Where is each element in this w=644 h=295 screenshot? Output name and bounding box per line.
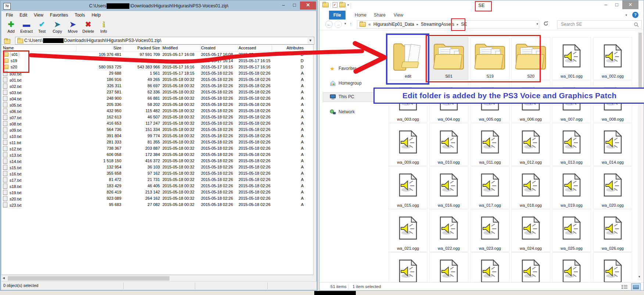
up-folder-button[interactable]: ↑ xyxy=(4,37,11,44)
file-row[interactable]: s02.txt 326 311 86 697 2015-05-18 00:32 … xyxy=(1,83,313,89)
item-wa_018-ogg[interactable]: wa_018.ogg xyxy=(511,166,550,209)
item-wa_002-ogg[interactable]: wa_002.ogg xyxy=(593,37,632,80)
item-file[interactable] xyxy=(389,252,427,282)
menu-help[interactable]: Help xyxy=(88,12,104,19)
col-size[interactable]: Size xyxy=(77,46,121,50)
file-row[interactable]: s11.txt 281 333 81 355 2015-05-18 00:32 … xyxy=(1,139,313,145)
help-icon[interactable]: ? xyxy=(632,12,638,18)
refresh-button[interactable] xyxy=(541,21,550,28)
ribbon-expand-icon[interactable]: ▾ xyxy=(625,13,627,17)
item-s20[interactable]: S20 xyxy=(511,37,550,80)
file-row[interactable]: s20 580 093 725 543 383 966 2015-05-17 1… xyxy=(1,64,313,70)
menu-tools[interactable]: Tools xyxy=(71,12,88,19)
item-wa_017-ogg[interactable]: wa_017.ogg xyxy=(471,166,509,209)
up-button[interactable]: ↑ xyxy=(350,21,352,26)
col-attributes[interactable]: Attributes xyxy=(273,46,304,50)
extract-button[interactable]: ▬ Extract xyxy=(19,19,34,36)
sidebar-item-homegroup[interactable]: Homegroup xyxy=(319,79,386,88)
file-row[interactable]: s09.txt 564 736 151 334 2015-05-18 00:32… xyxy=(1,127,313,133)
menu-edit[interactable]: Edit xyxy=(16,12,31,19)
sidebar-item-this-pc[interactable]: This PC xyxy=(323,93,385,102)
item-file[interactable] xyxy=(511,252,550,282)
item-wa_025-ogg[interactable]: wa_025.ogg xyxy=(552,209,591,252)
crumb-higurashiep01-data[interactable]: HigurashiEp01_Data xyxy=(373,22,414,27)
file-row[interactable]: s12.txt 738 367 203 887 2015-05-18 00:32… xyxy=(1,145,313,152)
item-wa_023-ogg[interactable]: wa_023.ogg xyxy=(471,209,509,252)
file-row[interactable]: s10.txt 391 804 99 774 2015-05-18 00:32 … xyxy=(1,133,313,139)
breadcrumb-bar[interactable]: « HigurashiEp01_Data ▸ StreamingAssets ▸… xyxy=(357,20,539,29)
item-wa_007-ogg[interactable]: wa_007.ogg xyxy=(552,80,591,123)
file-row[interactable]: s16.txt 355 658 97 162 2015-05-18 00:32 … xyxy=(1,170,313,177)
back-button[interactable]: ← xyxy=(325,21,333,28)
item-file[interactable] xyxy=(593,252,632,282)
file-row[interactable]: s00.txt 29 688 1 561 2015-05-17 18:15 20… xyxy=(1,70,313,77)
item-wa_019-ogg[interactable]: wa_019.ogg xyxy=(552,166,591,209)
tab-share[interactable]: Share xyxy=(369,11,390,19)
item-wa_015-ogg[interactable]: wa_015.ogg xyxy=(389,166,427,209)
minimize-button[interactable]: – xyxy=(600,0,611,9)
item-wa_010-ogg[interactable]: wa_010.ogg xyxy=(429,123,468,166)
col-modified[interactable]: Modified xyxy=(162,46,199,50)
file-row[interactable]: s06.txt 432 950 115 482 2015-05-18 00:32… xyxy=(1,108,313,114)
col-created[interactable]: Created xyxy=(201,46,238,50)
details-view-button[interactable] xyxy=(620,283,629,291)
file-row[interactable]: s01 105 376 481 97 591 709 2015-05-17 16… xyxy=(1,51,313,58)
item-file[interactable] xyxy=(552,252,591,282)
test-button[interactable]: ✔ Test xyxy=(34,19,50,36)
add-button[interactable]: ✚ Add xyxy=(3,19,19,36)
file-row[interactable]: s23.txt 95 683 27 082 2015-05-18 00:32 2… xyxy=(1,202,313,208)
sidebar-item-network[interactable]: Network xyxy=(319,108,386,117)
vertical-scrollbar[interactable]: ▾ xyxy=(638,31,643,281)
col-packed-size[interactable]: Packed Size xyxy=(123,46,160,50)
delete-button[interactable]: ✖ Delete xyxy=(80,19,96,36)
minimize-button[interactable]: – xyxy=(278,1,289,10)
tab-view[interactable]: View xyxy=(389,11,408,19)
file-row[interactable]: s05.txt 205 336 58 202 2015-05-18 00:32 … xyxy=(1,102,313,108)
item-wa_003-ogg[interactable]: wa_003.ogg xyxy=(389,80,427,123)
item-wa_012-ogg[interactable]: wa_012.ogg xyxy=(511,123,550,166)
item-wa_006-ogg[interactable]: wa_006.ogg xyxy=(511,80,550,123)
file-row[interactable]: s08.txt 416 653 117 247 2015-05-18 00:32… xyxy=(1,120,313,127)
item-wa_013-ogg[interactable]: wa_013.ogg xyxy=(552,123,591,166)
item-wa_024-ogg[interactable]: wa_024.ogg xyxy=(511,209,550,252)
address-input[interactable]: C:\Users\Downloads\Higurashi\HigurashiPS… xyxy=(15,37,314,45)
file-row[interactable]: s04.txt 248 900 66 881 2015-05-18 00:32 … xyxy=(1,95,313,102)
forward-button[interactable]: → xyxy=(334,21,342,28)
tab-file[interactable]: File xyxy=(329,11,346,19)
item-s19[interactable]: S19 xyxy=(471,37,509,80)
scroll-down-icon[interactable]: ▾ xyxy=(638,275,640,278)
address-dropdown-icon[interactable]: ▾ xyxy=(536,22,538,26)
item-wa_001-ogg[interactable]: wa_001.ogg xyxy=(552,37,591,80)
menu-favorites[interactable]: Favorites xyxy=(47,12,71,19)
file-row[interactable]: s17.txt 81 472 21 731 2015-05-18 00:32 2… xyxy=(1,177,313,183)
item-wa_008-ogg[interactable]: wa_008.ogg xyxy=(593,80,632,123)
info-button[interactable]: i Info xyxy=(96,19,111,36)
crumb-se[interactable]: SE xyxy=(461,22,467,27)
thumbnails-view-button[interactable] xyxy=(631,283,641,291)
item-s01[interactable]: S01 xyxy=(429,37,468,80)
tab-home[interactable]: Home xyxy=(350,11,371,19)
item-wa_009-ogg[interactable]: wa_009.ogg xyxy=(389,123,427,166)
file-row[interactable]: s13.txt 606 058 172 384 2015-05-18 00:32… xyxy=(1,152,313,158)
file-row[interactable]: s01.txt 186 916 49 265 2015-05-18 00:32 … xyxy=(1,77,313,83)
recent-locations-icon[interactable]: ▾ xyxy=(344,22,346,25)
file-row[interactable]: s15.txt 132 954 36 103 2015-05-18 00:32 … xyxy=(1,164,313,170)
item-file[interactable] xyxy=(471,252,509,282)
horizontal-scrollbar[interactable]: ◄ xyxy=(1,275,314,281)
item-wa_022-ogg[interactable]: wa_022.ogg xyxy=(429,209,468,252)
file-list-header[interactable]: Name Size Packed Size Modified Created A… xyxy=(1,45,313,52)
item-wa_004-ogg[interactable]: wa_004.ogg xyxy=(429,80,468,123)
item-wa_005-ogg[interactable]: wa_005.ogg xyxy=(471,80,509,123)
file-row[interactable]: s14.txt 1 518 150 416 372 2015-05-18 00:… xyxy=(1,158,313,164)
file-row[interactable]: s18.txt 183 429 46 405 2015-05-18 00:32 … xyxy=(1,183,313,189)
move-button[interactable]: ➤ Move xyxy=(65,19,80,36)
item-wa_020-ogg[interactable]: wa_020.ogg xyxy=(593,166,632,209)
copy-button[interactable]: ➤ Copy xyxy=(50,19,65,36)
file-row[interactable]: s07.txt 162 613 46 507 2015-05-18 00:32 … xyxy=(1,114,313,120)
file-row[interactable]: s19 2015-05-17 16:14 2015-05-17 16:15 D xyxy=(1,58,313,64)
explorer-titlebar[interactable]: ▾ SE – □ ✕ xyxy=(319,0,644,11)
col-name[interactable]: Name xyxy=(3,46,75,50)
sevenzip-titlebar[interactable]: 7z C:\Users\Downloads\Higurashi\Higurash… xyxy=(1,1,317,11)
menu-view[interactable]: View xyxy=(31,12,47,19)
file-row[interactable]: s03.txt 237 581 62 336 2015-05-18 00:32 … xyxy=(1,89,313,95)
